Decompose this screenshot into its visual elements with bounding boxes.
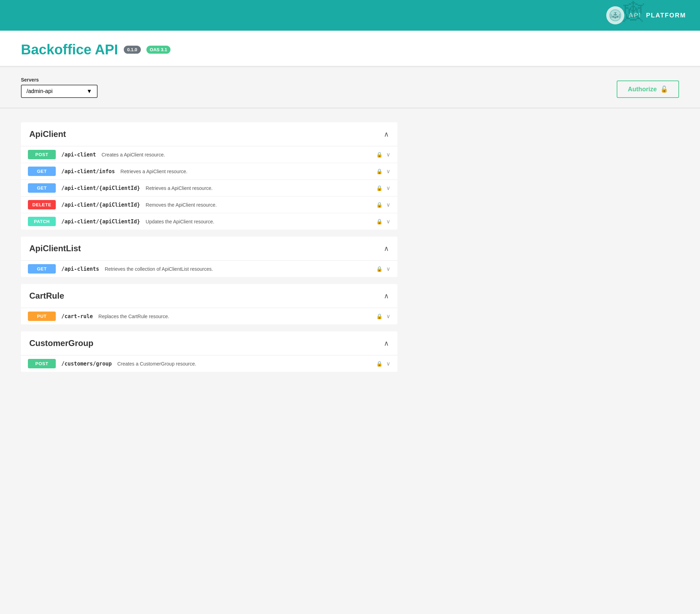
chevron-down-icon: ∨ (386, 185, 390, 191)
endpoint-icons: 🔒 ∨ (376, 168, 390, 175)
endpoint-row-0-0[interactable]: POST /api-client Creates a ApiClient res… (21, 146, 397, 163)
servers-label: Servers (21, 77, 98, 83)
lock-icon: 🔒 (376, 202, 383, 208)
section-title: CartRule (29, 291, 64, 301)
endpoint-description: Retrieves a ApiClient resource. (121, 169, 371, 174)
method-badge: PUT (28, 312, 56, 321)
method-badge: DELETE (28, 200, 56, 209)
lock-icon: 🔒 (376, 266, 383, 272)
endpoint-description: Creates a ApiClient resource. (101, 152, 371, 158)
header-title: API PLATFORM (629, 12, 686, 19)
chevron-down-icon: ∨ (386, 266, 390, 272)
authorize-button[interactable]: Authorize 🔓 (617, 80, 679, 98)
section-cartrule: CartRule ∧ PUT /cart-rule Replaces the C… (21, 284, 397, 324)
main-content: ApiClient ∧ POST /api-client Creates a A… (0, 108, 418, 386)
authorize-label: Authorize (628, 86, 657, 93)
oas-badge: OAS 3.1 (146, 46, 171, 54)
endpoint-row-0-1[interactable]: GET /api-client/infos Retrieves a ApiCli… (21, 163, 397, 180)
chevron-up-icon: ∧ (384, 339, 389, 347)
server-select[interactable]: /admin-api ▼ (21, 85, 98, 98)
header-logo (606, 6, 624, 24)
brand-suffix: PLATFORM (646, 12, 686, 19)
svg-point-2 (612, 16, 614, 18)
section-apiclient: ApiClient ∧ POST /api-client Creates a A… (21, 122, 397, 230)
endpoint-description: Removes the ApiClient resource. (146, 202, 371, 208)
endpoint-path: /api-client (61, 152, 96, 158)
chevron-down-icon: ∨ (386, 151, 390, 158)
method-badge: GET (28, 183, 56, 193)
chevron-up-icon: ∧ (384, 292, 389, 300)
endpoint-icons: 🔒 ∨ (376, 313, 390, 320)
svg-point-12 (616, 13, 617, 14)
endpoint-description: Replaces the CartRule resource. (98, 314, 371, 319)
endpoint-path: /cart-rule (61, 313, 93, 320)
endpoint-row-0-2[interactable]: GET /api-client/{apiClientId} Retrieves … (21, 180, 397, 197)
chevron-up-icon: ∧ (384, 130, 389, 138)
endpoint-row-0-4[interactable]: PATCH /api-client/{apiClientId} Updates … (21, 213, 397, 230)
svg-point-11 (614, 13, 615, 14)
api-name: Backoffice API (21, 42, 118, 57)
endpoint-icons: 🔒 ∨ (376, 218, 390, 225)
section-title: ApiClient (29, 129, 66, 139)
header: 🕸 API PLATFORM (0, 0, 700, 31)
lock-icon: 🔓 (660, 85, 668, 93)
lock-icon: 🔒 (376, 361, 383, 367)
endpoint-row-3-0[interactable]: POST /customers/group Creates a Customer… (21, 355, 397, 372)
svg-point-4 (614, 16, 616, 18)
section-header-customergroup[interactable]: CustomerGroup ∧ (21, 331, 397, 355)
title-section: Backoffice API 0.1.0 OAS 3.1 (0, 31, 700, 67)
section-title: ApiClientList (29, 244, 81, 253)
endpoint-icons: 🔒 ∨ (376, 201, 390, 208)
server-value: /admin-api (26, 88, 53, 94)
version-badge: 0.1.0 (124, 46, 141, 54)
method-badge: POST (28, 359, 56, 368)
endpoint-row-0-3[interactable]: DELETE /api-client/{apiClientId} Removes… (21, 197, 397, 213)
brand-prefix: API (629, 12, 641, 19)
endpoint-icons: 🔒 ∨ (376, 185, 390, 191)
endpoint-description: Updates the ApiClient resource. (146, 219, 371, 224)
endpoint-path: /api-client/{apiClientId} (61, 185, 140, 191)
lock-icon: 🔒 (376, 168, 383, 175)
endpoint-icons: 🔒 ∨ (376, 360, 390, 367)
api-title: Backoffice API 0.1.0 OAS 3.1 (21, 42, 679, 57)
chevron-up-icon: ∧ (384, 244, 389, 253)
section-header-apiclient[interactable]: ApiClient ∧ (21, 122, 397, 146)
lock-icon: 🔒 (376, 185, 383, 191)
endpoint-description: Retrieves the collection of ApiClientLis… (105, 266, 371, 272)
method-badge: PATCH (28, 217, 56, 226)
endpoint-path: /api-client/{apiClientId} (61, 218, 140, 225)
endpoint-icons: 🔒 ∨ (376, 266, 390, 272)
method-badge: POST (28, 150, 56, 159)
endpoint-path: /customers/group (61, 361, 112, 367)
lock-icon: 🔒 (376, 152, 383, 158)
section-apiclientlist: ApiClientList ∧ GET /api-clients Retriev… (21, 237, 397, 277)
section-customergroup: CustomerGroup ∧ POST /customers/group Cr… (21, 331, 397, 372)
chevron-down-icon: ∨ (386, 313, 390, 320)
endpoint-icons: 🔒 ∨ (376, 151, 390, 158)
method-badge: GET (28, 264, 56, 274)
lock-icon: 🔒 (376, 218, 383, 225)
endpoint-description: Creates a CustomerGroup resource. (117, 361, 371, 367)
svg-point-3 (616, 16, 618, 18)
chevron-down-icon: ∨ (386, 218, 390, 225)
chevron-down-icon: ∨ (386, 201, 390, 208)
controls-bar: Servers /admin-api ▼ Authorize 🔓 (0, 67, 700, 108)
chevron-down-icon: ∨ (386, 168, 390, 175)
section-header-cartrule[interactable]: CartRule ∧ (21, 284, 397, 308)
endpoint-path: /api-clients (61, 266, 99, 272)
header-brand: API PLATFORM (606, 6, 686, 24)
endpoint-row-1-0[interactable]: GET /api-clients Retrieves the collectio… (21, 261, 397, 277)
endpoint-description: Retrieves a ApiClient resource. (146, 185, 371, 191)
lock-icon: 🔒 (376, 313, 383, 320)
chevron-down-icon: ∨ (386, 360, 390, 367)
endpoint-path: /api-client/infos (61, 168, 115, 175)
chevron-down-icon: ▼ (86, 88, 92, 94)
endpoint-path: /api-client/{apiClientId} (61, 202, 140, 208)
endpoint-row-2-0[interactable]: PUT /cart-rule Replaces the CartRule res… (21, 308, 397, 324)
section-header-apiclientlist[interactable]: ApiClientList ∧ (21, 237, 397, 261)
servers-group: Servers /admin-api ▼ (21, 77, 98, 98)
method-badge: GET (28, 167, 56, 176)
section-title: CustomerGroup (29, 338, 93, 348)
